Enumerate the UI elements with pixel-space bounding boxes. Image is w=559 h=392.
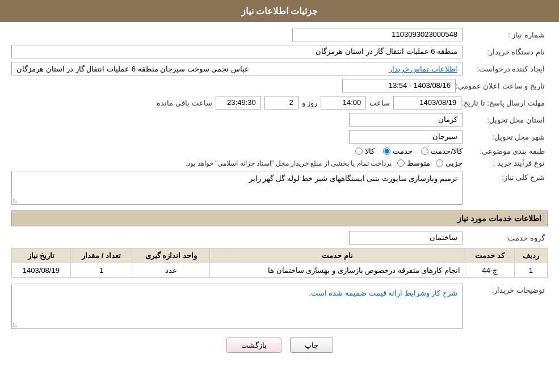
creator-link[interactable]: اطلاعات تماس خریدار xyxy=(389,65,457,73)
table-header-row: ردیف کد حدمت نام حدمت واحد اندازه گیری ت… xyxy=(12,248,548,263)
category-label: طبقه بندی موضوعی: xyxy=(463,147,548,155)
category-khedmat-label: خدمت xyxy=(393,147,413,155)
deadline-time: 14:00 xyxy=(321,96,366,109)
deadline-days: 2 xyxy=(264,96,299,109)
province-label: استان محل تحویل: xyxy=(463,116,548,124)
city-label: شهر محل تحویل: xyxy=(463,133,548,141)
deadline-label: مهلت ارسال پاسخ: تا تاریخ: xyxy=(461,99,548,107)
buyer-description-box: شرح کار وشرایط ارائه قیمت ضمیمه شده است.… xyxy=(11,284,463,329)
category-radio-group: کالا/خدمت خدمت کالا xyxy=(355,147,463,155)
process-motavasset-radio[interactable] xyxy=(397,159,405,167)
process-jazii-radio[interactable] xyxy=(436,159,443,167)
creator-field: اطلاعات تماس خریدار عباس نجمی سوخت سیرجا… xyxy=(11,62,463,75)
col-date: تاریخ نیاز xyxy=(12,248,71,263)
cell-date: 1403/08/19 xyxy=(12,263,71,278)
process-motavasset-item: متوسط xyxy=(397,159,430,167)
requester-row: نام دستگاه خریدار: منطقه 6 عملیات انتقال… xyxy=(11,45,548,58)
services-section-title: اطلاعات خدمات مورد نیاز xyxy=(457,214,541,223)
buyer-resize-handle: ◺ xyxy=(13,321,18,327)
announce-datetime-value: 1403/08/16 - 13:54 xyxy=(342,79,456,92)
col-name: نام حدمت xyxy=(210,248,465,263)
deadline-date: 1403/08/19 xyxy=(393,96,461,109)
col-unit: واحد اندازه گیری xyxy=(132,248,210,263)
page-title: جزئیات اطلاعات نیاز xyxy=(241,6,318,16)
services-table: ردیف کد حدمت نام حدمت واحد اندازه گیری ت… xyxy=(11,248,548,278)
table-row: 1 ج-44 انجام کارهای متفرقه درخصوص بازساز… xyxy=(12,263,548,278)
services-section-header: اطلاعات خدمات مورد نیاز xyxy=(11,210,548,226)
category-khedmat-radio[interactable] xyxy=(383,147,390,155)
category-row: طبقه بندی موضوعی: کالا/خدمت خدمت کالا xyxy=(11,147,548,155)
buyer-desc-row: توضیحات خریدار: شرح کار وشرایط ارائه قیم… xyxy=(11,284,548,329)
col-row: ردیف xyxy=(514,248,547,263)
province-value: کرمان xyxy=(349,113,463,127)
process-motavasset-label: متوسط xyxy=(407,159,430,167)
process-label: نوع فرآیند خرید : xyxy=(463,159,548,167)
cell-name: انجام کارهای متفرقه درخصوص بازسازی و بهس… xyxy=(210,263,465,278)
deadline-time-label: ساعت xyxy=(369,99,390,107)
page-header: جزئیات اطلاعات نیاز xyxy=(0,0,559,22)
requester-label: نام دستگاه خریدار: xyxy=(463,48,548,56)
service-group-row: گروه حدمت: ساختمان xyxy=(11,231,548,245)
city-row: شهر محل تحویل: سیرجان xyxy=(11,130,548,144)
print-button[interactable]: چاپ xyxy=(290,338,333,353)
request-number-row: شماره نیاز : 1103093023000548 xyxy=(11,28,548,41)
announce-datetime-label: تاریخ و ساعت اعلان عمومی: xyxy=(456,82,548,90)
process-jazii-item: جزیی xyxy=(436,159,463,167)
deadline-row: مهلت ارسال پاسخ: تا تاریخ: 1403/08/19 سا… xyxy=(11,96,548,109)
cell-row: 1 xyxy=(514,263,547,278)
cell-code: ج-44 xyxy=(465,263,515,278)
category-kala-khedmat-label: کالا/خدمت xyxy=(431,147,463,155)
cell-qty: 1 xyxy=(70,263,132,278)
category-kala-label: کالا xyxy=(365,147,375,155)
category-kala-khedmat-radio[interactable] xyxy=(421,147,428,155)
deadline-remaining-label: ساعت باقی مانده xyxy=(157,99,212,107)
resize-handle: ◺ xyxy=(13,197,18,203)
cell-unit: عدد xyxy=(132,263,210,278)
announce-datetime-row: تاریخ و ساعت اعلان عمومی: 1403/08/16 - 1… xyxy=(11,79,548,92)
request-number-value: 1103093023000548 xyxy=(292,28,463,41)
process-jazii-label: جزیی xyxy=(445,159,463,167)
province-row: استان محل تحویل: کرمان xyxy=(11,113,548,127)
category-kala-radio[interactable] xyxy=(355,147,363,155)
service-group-label: گروه حدمت: xyxy=(463,234,548,242)
description-label: شرح کلی نیاز: xyxy=(463,171,548,182)
table-head: ردیف کد حدمت نام حدمت واحد اندازه گیری ت… xyxy=(12,248,548,263)
buyer-desc-value: شرح کار وشرایط ارائه قیمت ضمیمه شده است. xyxy=(309,289,457,297)
buyer-desc-label: توضیحات خریدار: xyxy=(463,284,548,294)
process-group: جزیی متوسط پرداخت تمام یا بخشی از مبلغ خ… xyxy=(11,159,463,167)
creator-value: عباس نجمی سوخت سیرجان منطقه 6 عملیات انت… xyxy=(16,65,249,73)
service-group-value: ساختمان xyxy=(349,231,463,245)
deadline-days-label: روز و xyxy=(302,99,318,107)
deadline-group: 1403/08/19 ساعت 14:00 روز و 2 23:49:30 س… xyxy=(157,96,461,109)
creator-row: ایجاد کننده درخواست: اطلاعات تماس خریدار… xyxy=(11,62,548,75)
col-qty: تعداد / مقدار xyxy=(70,248,132,263)
requester-value: منطقه 6 عملیات انتقال گاز در استان هرمزگ… xyxy=(11,45,463,58)
table-body: 1 ج-44 انجام کارهای متفرقه درخصوص بازساز… xyxy=(12,263,548,278)
city-value: سیرجان xyxy=(349,130,463,144)
category-kala-khedmat-item: کالا/خدمت xyxy=(421,147,463,155)
description-row: شرح کلی نیاز: ترمیم وبازسازی ساپورت بتنی… xyxy=(11,171,548,205)
deadline-remaining: 23:49:30 xyxy=(216,96,261,109)
request-number-label: شماره نیاز : xyxy=(463,31,548,39)
description-value: ترمیم وبازسازی ساپورت بتنی ایستگاههای شی… xyxy=(249,174,457,183)
category-kala-item: کالا xyxy=(355,147,375,155)
process-note: پرداخت تمام یا بخشی از مبلغ خریدار محل "… xyxy=(11,159,392,167)
content-area: شماره نیاز : 1103093023000548 نام دستگاه… xyxy=(0,22,559,367)
buttons-row: چاپ بازگشت xyxy=(11,338,548,353)
back-button[interactable]: بازگشت xyxy=(226,338,281,353)
description-box: ترمیم وبازسازی ساپورت بتنی ایستگاههای شی… xyxy=(11,171,463,205)
creator-label: ایجاد کننده درخواست: xyxy=(463,65,548,73)
process-row: نوع فرآیند خرید : جزیی متوسط پرداخت تمام… xyxy=(11,159,548,167)
col-code: کد حدمت xyxy=(465,248,515,263)
category-khedmat-item: خدمت xyxy=(383,147,413,155)
page-wrapper: جزئیات اطلاعات نیاز شماره نیاز : 1103093… xyxy=(0,0,559,392)
